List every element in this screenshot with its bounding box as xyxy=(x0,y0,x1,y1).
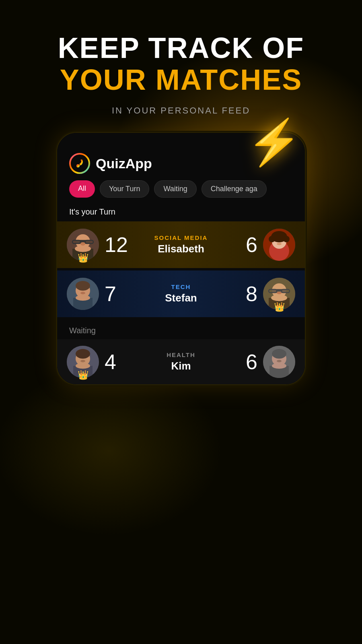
category-1: SOCIAL MEDIA xyxy=(149,234,213,241)
category-2: TECH xyxy=(149,283,213,290)
crown-opp-2: 👑 xyxy=(274,303,285,312)
match-card-health[interactable]: 👑 4 HEALTH Kim xyxy=(57,339,305,384)
opponent-1: Elisabeth xyxy=(149,243,213,255)
subtitle: IN YOUR PERSONAL FEED xyxy=(0,105,362,116)
lightning-icon: ⚡ xyxy=(247,120,302,164)
crown-me-1: 👑 xyxy=(78,254,88,262)
title-line2: YOUR MATCHES xyxy=(0,64,362,96)
player-left: 👑 12 xyxy=(67,229,149,261)
svg-point-36 xyxy=(80,360,85,362)
score-opp-1: 6 xyxy=(246,233,257,257)
player-right-w: 6 xyxy=(213,346,295,378)
svg-point-8 xyxy=(80,242,85,246)
avatar-circle-opp-1 xyxy=(263,229,295,261)
avatar-opp-1 xyxy=(263,229,295,261)
player-left-2: 7 xyxy=(67,278,149,310)
svg-point-32 xyxy=(271,295,287,301)
svg-point-20 xyxy=(76,281,90,291)
phone-inner: QuizApp All Your Turn Waiting Challenge … xyxy=(57,133,305,384)
score-opp-2: 8 xyxy=(246,282,257,306)
score-opp-w: 6 xyxy=(246,350,257,374)
avatar-me-w: 👑 xyxy=(67,346,99,378)
player-right-2: 👑 8 xyxy=(213,278,295,310)
svg-point-23 xyxy=(76,295,90,301)
svg-point-15 xyxy=(269,236,275,242)
avatar-circle-opp-w xyxy=(263,346,295,378)
tab-challenge[interactable]: Challenge aga xyxy=(202,180,267,198)
filter-tabs: All Your Turn Waiting Challenge aga xyxy=(57,180,305,204)
avatar-opp-w xyxy=(263,346,295,378)
player-right-1: 6 xyxy=(213,229,295,261)
svg-point-42 xyxy=(277,360,282,362)
tab-your-turn[interactable]: Your Turn xyxy=(100,180,149,198)
avatar-opp-2: 👑 xyxy=(263,278,295,310)
your-turn-label: It's your Turn xyxy=(57,204,305,221)
avatar-circle-me-2 xyxy=(67,278,99,310)
match-center-w: HEALTH Kim xyxy=(149,351,213,372)
svg-point-41 xyxy=(272,349,286,359)
svg-point-16 xyxy=(283,236,290,242)
app-name: QuizApp xyxy=(96,156,152,171)
avatar-me-1: 👑 xyxy=(67,229,99,261)
score-me-2: 7 xyxy=(105,282,116,306)
svg-point-30 xyxy=(277,292,282,294)
svg-point-38 xyxy=(76,363,90,369)
app-logo xyxy=(69,153,90,174)
svg-point-17 xyxy=(277,243,282,245)
phone-mockup: ⚡ xyxy=(56,132,306,385)
tab-all[interactable]: All xyxy=(69,180,95,198)
match-card-tech[interactable]: 7 TECH Stefan xyxy=(57,270,305,317)
opponent-2: Stefan xyxy=(149,292,213,304)
crown-me-w: 👑 xyxy=(78,371,88,380)
svg-rect-29 xyxy=(277,289,282,291)
svg-point-1 xyxy=(76,164,80,167)
svg-point-21 xyxy=(80,292,85,294)
match-center-1: SOCIAL MEDIA Elisabeth xyxy=(149,234,213,255)
match-card-social[interactable]: 👑 12 SOCIAL MEDIA Elisabeth xyxy=(57,221,305,268)
phone-frame: QuizApp All Your Turn Waiting Challenge … xyxy=(56,132,306,385)
tab-waiting[interactable]: Waiting xyxy=(154,180,196,198)
waiting-label: Waiting xyxy=(57,320,305,339)
svg-rect-7 xyxy=(80,240,85,242)
player-left-w: 👑 4 xyxy=(67,346,149,378)
header-section: KEEP TRACK OF YOUR MATCHES IN YOUR PERSO… xyxy=(0,0,362,116)
score-me-1: 12 xyxy=(105,233,128,257)
category-w: HEALTH xyxy=(149,351,213,358)
svg-point-10 xyxy=(75,246,91,252)
opponent-w: Kim xyxy=(149,360,213,372)
avatar-me-2 xyxy=(67,278,99,310)
svg-point-35 xyxy=(76,349,90,359)
title-line1: KEEP TRACK OF xyxy=(0,32,362,64)
match-center-2: TECH Stefan xyxy=(149,283,213,304)
score-me-w: 4 xyxy=(105,350,116,374)
svg-point-44 xyxy=(272,363,286,369)
